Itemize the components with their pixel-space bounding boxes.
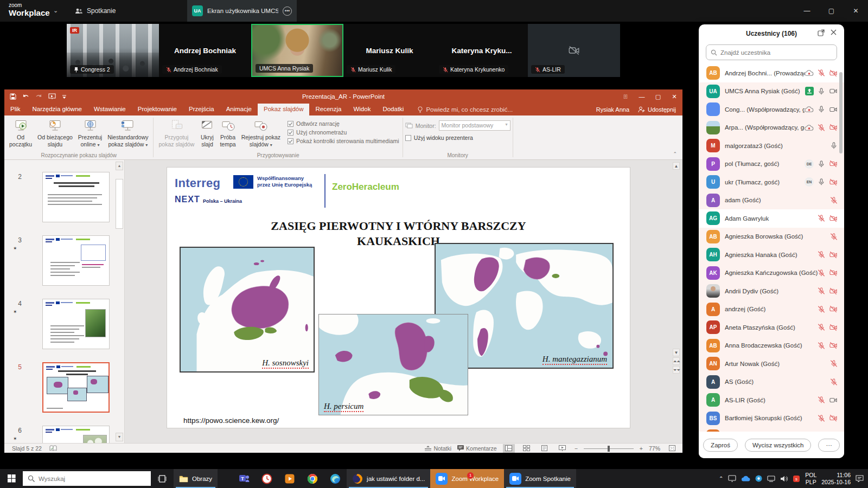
ribbon-button-przygotuj[interactable]: Przygotujpokaz slajdów [156,117,197,148]
participant-row[interactable]: Aandrzej (Gość) [699,300,844,319]
participant-row[interactable]: ABAgnieszka Borowska (Gość) [699,228,844,246]
ribbon-button-rejestruj-pokaz[interactable]: Rejestruj pokazslajdów ▾ [239,117,283,148]
onedrive-icon[interactable] [741,476,750,481]
save-icon[interactable] [10,93,16,100]
participant-row[interactable]: UAUMCS Anna Rysiak (Gość) [699,82,844,101]
minimize-button[interactable]: — [795,0,819,22]
participant-row[interactable]: ANArtur Nowak (Gość) [699,355,844,373]
chevron-down-icon[interactable]: ⌄ [53,7,58,14]
ribbon-button-od[interactable]: Odpoczątku [7,117,35,148]
ribbon-button-prezentuj[interactable]: Prezentujonline ▾ [75,117,105,148]
mute-all-button[interactable]: Wycisz wszystkich [745,439,811,452]
more-options-icon[interactable]: ••• [283,7,292,16]
ppt-tab-pokaz-slajdów[interactable]: Pokaz slajdów [258,104,310,115]
ribbon-display-options-icon[interactable]: ⍐ [617,93,634,100]
task-view-button[interactable] [151,469,174,488]
tray-expand-icon[interactable]: ⌃ [719,476,723,481]
notes-button[interactable]: Notatki [425,445,451,452]
participant-row[interactable]: Andrii Dydiv (Gość) [699,282,844,300]
scroll-down-icon[interactable]: ▼ [116,433,123,441]
participant-row[interactable]: AKAgnieszka Kańczugowska (Gość) [699,264,844,282]
ppt-tab-dodatki[interactable]: Dodatki [376,104,410,115]
video-tile-umcs-anna-rysiak[interactable]: UMCS Anna Rysiak [251,24,343,77]
scroll-down-icon[interactable]: ▼ [673,349,680,356]
invite-button[interactable]: Zaproś [703,439,738,452]
redo-icon[interactable] [35,94,42,100]
ppt-tab-animacje[interactable]: Animacje [220,104,258,115]
thumbnail-preview[interactable] [42,235,110,286]
close-panel-icon[interactable] [831,29,837,35]
account-name[interactable]: Rysiak Anna [596,106,629,113]
taskbar-firefox-window[interactable]: jak ustawić folder d... [347,469,430,488]
taskbar-explorer-obrazy[interactable]: Obrazy [174,469,218,488]
participant-row[interactable] [699,427,844,432]
start-button[interactable] [0,469,23,488]
taskbar-zoom-workplace[interactable]: 1 Zoom Workplace [430,469,504,488]
spellcheck-icon[interactable] [49,445,57,452]
participant-row[interactable]: AAS (Gość) [699,373,844,391]
ppt-tab-widok[interactable]: Widok [347,104,376,115]
tab-meeting[interactable]: Spotkanie [75,0,116,22]
fit-to-window-button[interactable] [666,444,678,453]
next-slide-icon[interactable]: ⏷⏷ [673,366,680,374]
taskbar-search-input[interactable] [39,476,146,482]
view-normal-button[interactable] [503,444,515,453]
app-s-icon[interactable]: s [793,475,800,483]
ppt-tab-wstawianie[interactable]: Wstawianie [88,104,132,115]
video-tile-kateryna-krykunenko[interactable]: Kateryna Kryku...Kateryna Krykunenko [436,24,528,77]
ribbon-checkbox[interactable]: Użyj chronometrażu [288,129,399,136]
more-button[interactable]: ··· [818,439,840,452]
speaker-icon[interactable] [780,476,788,482]
participant-row[interactable]: ABAnna Brodaczewska (Gość) [699,337,844,355]
slide-thumbnail-5[interactable]: 5 [42,362,110,413]
zoom-in-button[interactable]: + [640,445,643,452]
undo-icon[interactable] [22,94,29,100]
participant-row[interactable]: APAneta Ptaszyńska (Gość) [699,318,844,337]
participant-row[interactable]: BSBartłomiej Skorupski (Gość) [699,409,844,428]
ribbon-button-niestandardowy[interactable]: Niestandardowypokaz slajdów ▾ [105,117,151,148]
taskbar-icon-media[interactable] [278,469,301,488]
slide-thumbnail-2[interactable]: 2 [42,172,110,222]
participant-row[interactable]: Arpa... (Współprowadzący, gość) [699,119,844,137]
ppt-minimize-button[interactable]: — [634,93,650,100]
video-tile-mariusz-kulik[interactable]: Mariusz KulikMariusz Kulik [343,24,436,77]
search-input[interactable] [720,49,832,56]
ppt-tab-recenzja[interactable]: Recenzja [309,104,347,115]
share-button[interactable]: Udostępnij [638,106,676,113]
scroll-up-icon[interactable]: ▲ [673,162,680,170]
view-reading-button[interactable] [539,444,551,453]
thumbnail-preview[interactable] [42,426,110,443]
view-slide-sorter-button[interactable] [521,444,533,453]
thumbnail-preview[interactable] [42,299,110,349]
participant-row[interactable]: AGAdam Gawryluk [699,209,844,228]
thumbnail-preview[interactable] [42,362,110,413]
participant-search[interactable] [706,44,837,60]
thumbnail-scrollbar[interactable]: ▲ ▼ [116,162,123,441]
language-indicator[interactable]: POL PLP [805,472,816,485]
participant-row[interactable]: AHAgnieszka Hanaka (Gość) [699,246,844,264]
participant-row[interactable]: Ppol (Tłumacz, gość)DE [699,155,844,174]
taskbar-icon-edge[interactable] [324,469,347,488]
slide-thumbnail-6[interactable]: 6✶ [42,426,110,443]
scroll-up-icon[interactable]: ▲ [116,162,123,170]
start-slideshow-icon[interactable] [48,93,56,100]
ribbon-checkbox[interactable]: Odtwórz narrację [288,120,399,127]
video-tile-congress-2[interactable]: IRCongress 2 [67,24,159,77]
zoom-slider[interactable] [584,444,634,453]
maximize-button[interactable]: ▢ [819,0,844,22]
monitor-dropdown[interactable]: Monitor podstawowy▾ [439,120,510,131]
popout-icon[interactable] [818,29,825,36]
ppt-maximize-button[interactable]: ▢ [650,93,666,100]
close-button[interactable]: ✕ [844,0,868,22]
collapse-ribbon-icon[interactable]: ⌃ [673,151,677,157]
participant-row[interactable]: AAS-LIR (Gość) [699,391,844,409]
slide-thumbnail-4[interactable]: 4✶ [42,299,110,349]
current-slide[interactable]: Interreg Współfinansowany przez Unię Eur… [167,167,630,428]
ppt-tab-przejścia[interactable]: Przejścia [183,104,220,115]
taskbar-search[interactable] [23,471,151,486]
taskbar-icon-chrome[interactable] [301,469,324,488]
presenter-view-checkbox[interactable]: Użyj widoku prezentera [405,134,510,141]
taskbar-icon-teams[interactable]: T [233,469,256,488]
participant-row[interactable]: Uukr (Tłumacz, gość)EN [699,173,844,191]
tab-shared-screen[interactable]: UA Ekran użytkownika UMCS Anna R ••• [187,0,297,22]
